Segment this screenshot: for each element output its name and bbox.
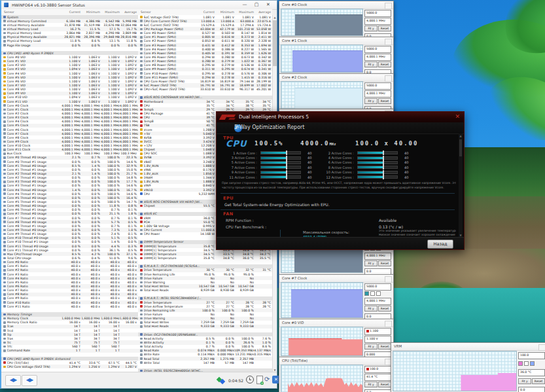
sensor-row[interactable]: Read Rate0.074 MB/s0.000 MB/s109.353 MB/… [138, 349, 272, 353]
reset-icon[interactable]: ⟳ [264, 375, 270, 383]
cores-slider[interactable] [260, 166, 301, 169]
nav-arrows-right-icon[interactable]: ◀▶ [22, 375, 37, 386]
cores-slider[interactable] [357, 175, 398, 179]
fit-y-button[interactable]: Fit y [364, 98, 378, 104]
sensor-row[interactable]: Core #3 Ratio40.0 x40.0 x40.0 x40.0 x [1, 272, 138, 276]
column-header-current[interactable]: Current [195, 10, 215, 14]
sensor-row[interactable]: Virtual Memory Load16.2 %11.5 %17.1 %15.… [1, 27, 138, 31]
sensor-row[interactable]: Write Rate0.114 MB/s0.000 MB/s13.231 MB/… [138, 353, 272, 357]
sensor-row[interactable]: DIMM[3] Temperature35.8 °C34.8 °C36.0 °C… [138, 256, 272, 260]
sensor-row[interactable]: CPU Core Power (SVI2 TFN)16.819 W16.819 … [138, 79, 272, 83]
cores-slider[interactable] [260, 175, 301, 179]
sensor-row[interactable]: Core #3 Clock4,000.1 MHz4,000.1 MHz4,000… [1, 116, 138, 120]
sensor-row[interactable]: Core #6 Power (SMU)0.294 W0.280 W0.673 W… [138, 55, 272, 59]
graph-close-icon[interactable] [385, 321, 392, 327]
maximize-button[interactable]: ▢ [251, 1, 262, 9]
nav-arrows-left-icon[interactable]: ◀▶ [5, 375, 21, 386]
sensor-row[interactable]: Core #8 Thread #0 Usage0.0 %0.0 %5.7 %0.… [1, 220, 138, 224]
sensors-icon[interactable] [217, 376, 224, 383]
sensor-row[interactable]: Total Activity0.7 %0.0 %100.0 %8.6 % [138, 345, 272, 349]
sensor-row[interactable]: Core #9 Thread #1 Usage0.0 %0.0 %2.4 %0.… [1, 232, 138, 236]
sensor-row[interactable]: Core #5 Clock4,000.1 MHz4,000.1 MHz4,000… [1, 124, 138, 128]
report-icon[interactable]: + [256, 376, 263, 384]
sensor-row[interactable]: Core #1 Thread #1 Usage0.0 %0.0 %100.0 %… [1, 168, 138, 171]
graph-close-icon[interactable] [385, 75, 392, 82]
sensor-row[interactable]: Drive WarningNoNoNo [138, 280, 272, 284]
cores-slider-handle[interactable] [383, 165, 384, 169]
clock-icon[interactable] [246, 376, 254, 383]
sensor-row[interactable]: Total Host Reads9,333 GB9,333 GB9,333 GB [138, 325, 272, 329]
sensor-row[interactable]: Core #3 Thread #0 Usage0.0 %0.0 %100.0 %… [1, 180, 138, 184]
sensor-row[interactable]: Core #9 Power (SMU)0.311 W0.295 W0.674 W… [138, 67, 272, 71]
sensor-row[interactable]: Core #4 Thread #0 Usage1.4 %0.0 %100.0 %… [1, 188, 138, 192]
scroll-thumb[interactable] [273, 20, 277, 66]
cores-slider-handle[interactable] [286, 160, 287, 165]
section-row[interactable]: Memory Timings [1, 312, 138, 316]
sensor-row[interactable]: CPU+SoC Power (SVI2 TFN)33.610 W33.610 W… [138, 88, 272, 92]
sensor-row[interactable]: Core #8 Power (SMU)0.295 W0.279 W0.536 W… [138, 63, 272, 67]
sensor-row[interactable]: Core #7 VID1.100 V1.063 V1.100 V1.092 V [1, 83, 138, 87]
sensor-row[interactable]: Core #2 Power (SMU)0.853 W0.611 W8.320 W… [138, 39, 272, 43]
column-header-sensor[interactable]: Sensor [138, 10, 195, 14]
cores-slider-handle[interactable] [383, 160, 384, 165]
sensor-row[interactable]: Total Host Writes10,547 GB10,547 GB10,54… [138, 284, 272, 288]
cores-slider-handle[interactable] [286, 175, 287, 179]
sensor-row[interactable]: Core #6 Ratio40.0 x40.0 x40.0 x40.0 x [1, 284, 138, 288]
sensor-row[interactable]: CPU Core Current (SVI2 TFN)13.000 A13.00… [138, 19, 272, 23]
minimize-button[interactable]: — [239, 1, 251, 9]
sensor-row[interactable]: Core #5 Power (SMU)0.405 W0.391 W8.359 W… [138, 51, 272, 55]
y-max-input[interactable]: 100.0 [364, 366, 391, 373]
y-max-input[interactable]: 5000.0 [364, 46, 391, 53]
sensor-row[interactable]: Drive FailureNoNoNo [138, 312, 272, 316]
sensor-row[interactable]: Tras34 T34 T34 T [1, 336, 138, 340]
section-row[interactable]: ASUS ROG CROSSHAIR VIII HERO [Wi... [138, 96, 272, 99]
cores-slider[interactable] [260, 156, 301, 160]
sensor-row[interactable]: Core #10 Thread #0 Usage0.0 %0.0 %5.1 %0… [1, 236, 138, 240]
cores-slider[interactable] [357, 166, 398, 169]
sensor-row[interactable]: SoC Current (SVI2 TFN)15.529 A15.529 A17… [138, 23, 272, 27]
column-header-maximum[interactable]: Maximum [234, 10, 254, 14]
sensor-row[interactable]: Tcas14 T14 T14 T [1, 325, 138, 329]
section-row[interactable]: CPU [#0]: AMD Ryzen 9 3900X: Enhanced [1, 357, 138, 361]
sensor-row[interactable]: DIMM[2] Temperature34.5 °C33.5 °C34.8 °C… [138, 252, 272, 256]
hwinfo-titlebar[interactable]: HWiNFO64 v6.10-3880 Sensor Status — ▢ ✕ [1, 1, 277, 10]
y-max-input[interactable]: 1.100 [364, 328, 391, 335]
sensor-row[interactable]: Core #4 Clock4,000.1 MHz4,000.1 MHz4,000… [1, 120, 138, 124]
sensor-row[interactable]: Core #7 Thread #1 Usage0.0 %0.0 %0.7 %0.… [1, 216, 138, 220]
sensor-row[interactable]: Read Total2,357 MB1,275 MB2,357 MB [138, 357, 272, 361]
sensor-row[interactable]: Core #4 Ratio40.0 x40.0 x40.0 x40.0 x [1, 276, 138, 280]
sensor-row[interactable]: Drive Remaining Life100.0 %100.0 %100.0 … [138, 308, 272, 312]
graph-color-swatch[interactable] [370, 291, 375, 296]
column-header-average[interactable]: Average [120, 10, 138, 14]
sensor-row[interactable]: Drive Temperature30 °C30 °C32 °C31 °C [138, 268, 272, 272]
sensor-row[interactable]: Core #2 Thread #1 Usage0.0 %0.0 %100.0 %… [1, 176, 138, 180]
sensor-row[interactable]: CPU35 °C34 °C38 °C35 °C [138, 103, 272, 107]
close-button[interactable]: ✕ [262, 1, 274, 9]
sensor-row[interactable]: Drive WarningNoNoNo [138, 317, 272, 321]
y-min-input[interactable]: 0.0 [518, 387, 545, 392]
column-header-sensor[interactable]: Sensor [1, 10, 61, 14]
sensor-row[interactable]: Core #2 Thread #0 Usage2.1 %1.4 %100.0 %… [1, 171, 138, 175]
sensor-row[interactable]: Core #6 Clock4,000.1 MHz4,000.1 MHz4,000… [1, 128, 138, 132]
graph-close-icon[interactable] [385, 39, 392, 45]
sensor-row[interactable]: Core #6 Thread #0 Usage0.0 %0.0 %11.8 %0… [1, 204, 138, 208]
section-row[interactable]: Drive: OCZ-TRION100 [0S9BSANW... [138, 332, 272, 336]
sensor-row[interactable]: Core #9 Ratio40.0 x40.0 x40.0 x40.0 x [1, 296, 138, 300]
sensor-row[interactable]: Core #7 Power (SMU)0.280 W0.279 W1.022 W… [138, 60, 272, 63]
graph-color-swatch[interactable] [518, 361, 523, 366]
sensor-row[interactable]: Core #4 Power (SMU)0.400 W0.386 W8.227 W… [138, 47, 272, 51]
cores-slider[interactable] [260, 151, 301, 154]
sensor-row[interactable]: Core #2 Ratio40.0 x40.0 x40.0 x40.0 x [1, 268, 138, 272]
sensor-row[interactable]: Core #10 Power (SMU)0.295 W0.278 W0.576 … [138, 71, 272, 75]
sensor-row[interactable]: Core #1 Thread #0 Usage8.5 %1.4 %100.0 %… [1, 164, 138, 168]
sensor-row[interactable]: Virtual Memory Commited6,184 MB4,386 MB6… [1, 19, 138, 23]
sensor-row[interactable]: Trp14 T14 T14 T [1, 332, 138, 336]
y-min-input[interactable]: 0.0 [364, 389, 391, 392]
sensor-row[interactable]: Read Activity0.5 %0.0 %100.0 %7.6 % [138, 336, 272, 340]
fit-y-button[interactable]: Fit y [364, 306, 378, 312]
sensor-row[interactable]: Page File Usage0.0 %0.0 %0.0 %0.0 % [1, 43, 138, 47]
scroll-up-icon[interactable]: ▲ [273, 15, 277, 20]
reset-button[interactable]: Reset [378, 382, 391, 387]
y-max-input[interactable]: 5000.0 [364, 10, 391, 17]
sensor-row[interactable]: Core #0 Clock4,000.1 MHz4,000.1 MHz4,000… [1, 103, 138, 107]
